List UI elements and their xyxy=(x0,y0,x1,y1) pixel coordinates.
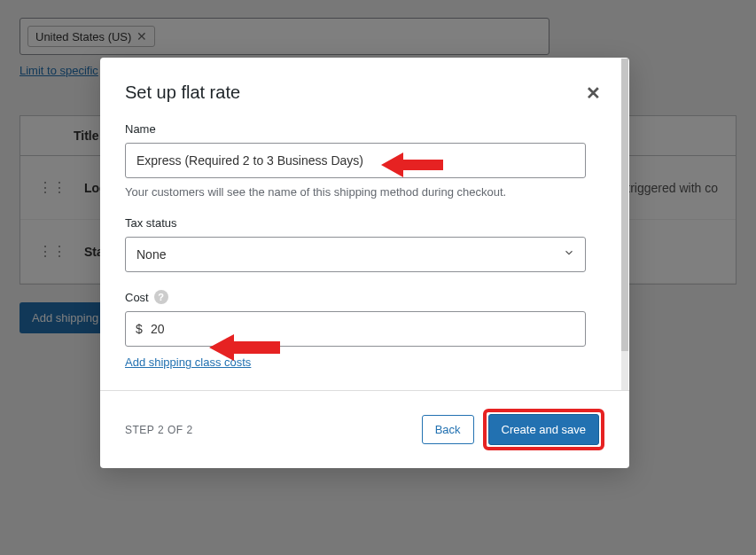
tax-status-select[interactable]: None xyxy=(125,237,586,272)
name-input[interactable] xyxy=(125,143,586,178)
save-button-highlight: Create and save xyxy=(483,409,604,450)
close-icon[interactable]: ✕ xyxy=(586,82,601,104)
annotation-arrow-icon xyxy=(209,332,280,363)
name-help-text: Your customers will see the name of this… xyxy=(125,185,604,199)
back-button[interactable]: Back xyxy=(422,415,474,444)
scrollbar-thumb[interactable] xyxy=(621,59,628,351)
svg-marker-0 xyxy=(381,152,443,177)
cost-input[interactable] xyxy=(125,311,586,347)
svg-marker-1 xyxy=(209,334,280,361)
create-and-save-button[interactable]: Create and save xyxy=(488,414,599,445)
flat-rate-modal: ✕ Set up flat rate Name Your customers w… xyxy=(100,58,629,468)
modal-title: Set up flat rate xyxy=(125,82,604,103)
help-icon[interactable]: ? xyxy=(154,290,168,304)
annotation-arrow-icon xyxy=(381,149,443,181)
name-label: Name xyxy=(125,122,604,136)
cost-label: Cost xyxy=(125,291,149,304)
tax-status-label: Tax status xyxy=(125,216,604,230)
step-indicator: STEP 2 OF 2 xyxy=(125,424,193,436)
scrollbar[interactable] xyxy=(621,59,628,390)
currency-prefix: $ xyxy=(136,322,143,336)
